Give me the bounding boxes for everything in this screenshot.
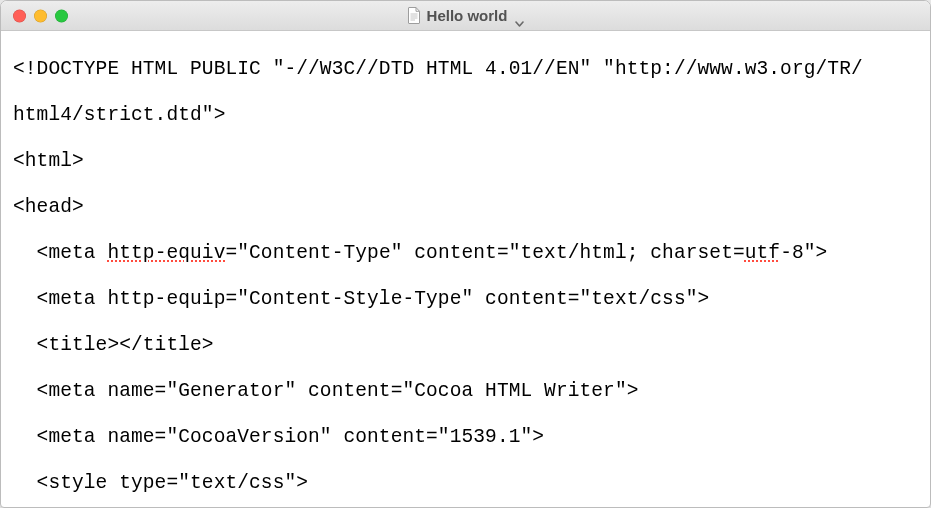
spelling-underline: http-equiv	[107, 242, 225, 264]
code-line: <title></title>	[13, 334, 922, 357]
minimize-button[interactable]	[34, 9, 47, 22]
code-line: <head>	[13, 196, 922, 219]
chevron-down-icon[interactable]	[515, 13, 524, 19]
code-line: <meta name="CocoaVersion" content="1539.…	[13, 426, 922, 449]
code-line: <!DOCTYPE HTML PUBLIC "-//W3C//DTD HTML …	[13, 58, 922, 81]
window-title-group[interactable]: Hello world	[407, 7, 525, 24]
code-line: <meta http-equiv="Content-Type" content=…	[13, 242, 922, 265]
code-line: <style type="text/css">	[13, 472, 922, 495]
code-line: <html>	[13, 150, 922, 173]
close-button[interactable]	[13, 9, 26, 22]
code-line: <meta http-equip="Content-Style-Type" co…	[13, 288, 922, 311]
document-icon	[407, 7, 421, 24]
app-window: Hello world <!DOCTYPE HTML PUBLIC "-//W3…	[0, 0, 931, 508]
spelling-underline: utf	[745, 242, 780, 264]
window-title: Hello world	[427, 7, 508, 24]
code-line: <meta name="Generator" content="Cocoa HT…	[13, 380, 922, 403]
document-text-area[interactable]: <!DOCTYPE HTML PUBLIC "-//W3C//DTD HTML …	[1, 31, 930, 507]
zoom-button[interactable]	[55, 9, 68, 22]
code-line: html4/strict.dtd">	[13, 104, 922, 127]
window-titlebar[interactable]: Hello world	[1, 1, 930, 31]
traffic-lights	[13, 9, 68, 22]
